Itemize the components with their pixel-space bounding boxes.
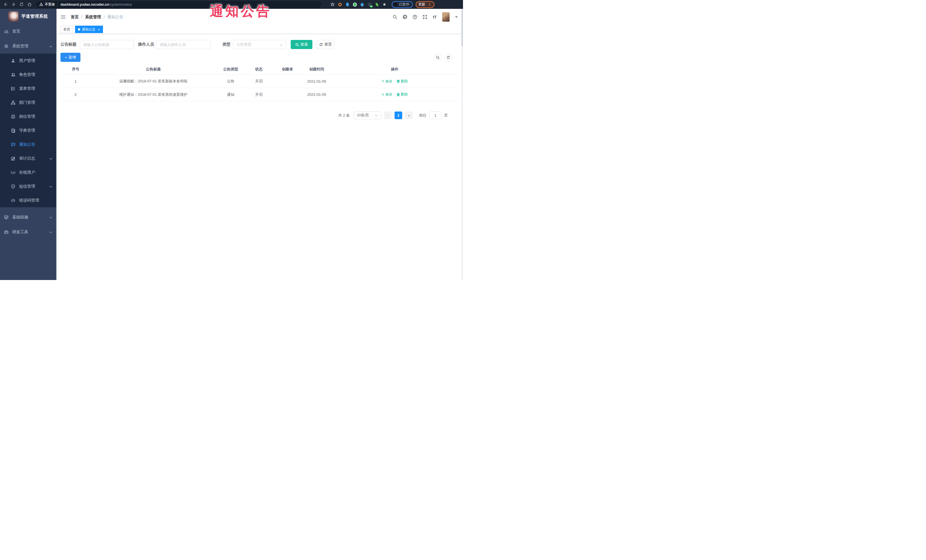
breadcrumb-home[interactable]: 首页 — [71, 15, 79, 20]
update-label[interactable]: 更新 — [419, 2, 425, 7]
search-icon[interactable] — [392, 15, 397, 20]
next-page-button[interactable]: › — [405, 112, 413, 119]
bookmark-star-icon[interactable] — [330, 2, 334, 6]
fullscreen-icon[interactable] — [422, 15, 427, 20]
sidebar-item-infrastructure[interactable]: 基础设施 — [0, 210, 56, 225]
browser-home-icon[interactable] — [27, 2, 32, 7]
page-size-select[interactable]: 10条/页 — [354, 112, 381, 119]
sidebar-item-notice[interactable]: 通知公告 — [0, 137, 56, 151]
reset-button[interactable]: 重置 — [317, 40, 334, 49]
col-no: 序号 — [61, 67, 91, 72]
extension-blue-diamond-icon[interactable] — [360, 2, 364, 6]
sidebar-item-error-codes[interactable]: 错误码管理 — [0, 193, 56, 207]
sidebar-item-label: 审计日志 — [19, 156, 35, 161]
app-logo-row[interactable]: 芋道管理系统 — [0, 9, 56, 24]
browser-update-button[interactable]: 更新 ⋮ — [416, 1, 434, 8]
screenshot-stage: 不安全 dashboard.yudao.iocoder.cn /system/n… — [0, 0, 463, 280]
extensions-puzzle-icon[interactable] — [382, 2, 387, 6]
page-number-1[interactable]: 1 — [395, 112, 402, 119]
search-button[interactable]: 搜索 — [291, 40, 312, 49]
toolbox-icon — [4, 230, 9, 234]
tag-label: 通知公告 — [82, 27, 95, 32]
add-button[interactable]: + 新增 — [61, 53, 80, 62]
cell-type: 通知 — [216, 92, 245, 97]
sidebar-item-departments[interactable]: 部门管理 — [0, 95, 56, 110]
extension-green-leaf-icon[interactable] — [375, 2, 379, 6]
extension-database-icon[interactable]: on — [368, 2, 372, 6]
goto-page-input[interactable] — [429, 112, 441, 119]
code-icon — [11, 198, 15, 203]
tag-notice-active[interactable]: 通知公告 × — [75, 26, 103, 33]
chevron-down-icon — [49, 230, 53, 234]
profile-paused-chip[interactable]: 😄 已暂停 — [392, 1, 413, 8]
extension-orange-ring-icon[interactable] — [338, 2, 342, 6]
help-icon[interactable] — [412, 15, 418, 20]
sidebar-item-users[interactable]: 用户管理 — [0, 54, 56, 68]
edit-link[interactable]: ✎ 修改 — [381, 92, 392, 97]
tags-view-bar: 首页 通知公告 × — [56, 25, 463, 34]
type-select[interactable]: 公告类型 — [233, 40, 286, 49]
edit-log-icon — [11, 156, 15, 161]
toggle-search-button[interactable] — [434, 54, 442, 61]
sidebar-item-roles[interactable]: 角色管理 — [0, 68, 56, 82]
browser-reload-icon[interactable] — [19, 2, 24, 7]
search-button-icon — [295, 43, 299, 47]
sidebar-item-label: 基础设施 — [12, 215, 28, 220]
main-scrollbar[interactable] — [461, 9, 463, 280]
sidebar-item-label: 系统管理 — [12, 44, 28, 49]
col-title: 公告标题 — [91, 67, 216, 72]
url-path[interactable]: /system/notice — [109, 3, 132, 6]
sidebar-toggle-icon[interactable] — [61, 15, 66, 20]
col-actions: 操作 — [331, 67, 458, 72]
app-logo — [8, 11, 18, 22]
sidebar-item-audit-log[interactable]: 审计日志 — [0, 151, 56, 165]
sidebar: 芋道管理系统 首页 系统管理 用户管理 — [0, 9, 56, 280]
tag-close-icon[interactable]: × — [98, 28, 100, 32]
browser-forward-icon[interactable] — [11, 2, 16, 7]
sidebar-item-label: 首页 — [12, 29, 20, 34]
avatar-caret-icon[interactable] — [455, 16, 458, 18]
tag-home[interactable]: 首页 — [61, 26, 73, 33]
delete-link[interactable]: 删除 — [396, 79, 408, 84]
cell-created: 2021-01-05 — [303, 79, 331, 83]
not-secure-label[interactable]: 不安全 — [45, 2, 55, 7]
reset-button-label: 重置 — [324, 42, 332, 47]
sidebar-item-label: 在线用户 — [19, 170, 35, 175]
monitor-icon — [4, 215, 9, 220]
sidebar-item-home[interactable]: 首页 — [0, 24, 56, 39]
cell-status: 开启 — [245, 92, 272, 97]
edit-link[interactable]: ✎ 修改 — [381, 79, 392, 84]
browser-menu-kebab-icon[interactable]: ⋮ — [428, 3, 432, 6]
extension-green-circle-icon[interactable] — [353, 2, 357, 6]
browser-back-icon[interactable] — [3, 2, 8, 7]
delete-link[interactable]: 删除 — [396, 92, 408, 97]
avatar[interactable] — [442, 12, 449, 22]
total-count: 共 2 条 — [338, 113, 350, 118]
operator-input[interactable] — [156, 40, 210, 49]
notice-title-input[interactable] — [80, 40, 133, 49]
extension-blue-pin-icon[interactable] — [345, 2, 350, 6]
chevron-down-icon — [49, 157, 53, 160]
font-size-icon[interactable]: tT — [432, 15, 437, 20]
github-icon[interactable] — [402, 15, 407, 20]
type-label: 类型 — [222, 42, 230, 47]
sidebar-item-dictionary[interactable]: 字典管理 — [0, 124, 56, 137]
sidebar-item-sms[interactable]: 短信管理 — [0, 180, 56, 193]
app-shell: 芋道管理系统 首页 系统管理 用户管理 — [0, 9, 463, 280]
scrollbar-thumb[interactable] — [461, 9, 463, 47]
sidebar-item-menus[interactable]: 菜单管理 — [0, 82, 56, 95]
address-bar[interactable]: 不安全 dashboard.yudao.iocoder.cn /system/n… — [36, 1, 321, 8]
url-domain[interactable]: dashboard.yudao.iocoder.cn — [61, 3, 109, 6]
sidebar-item-dev-tools[interactable]: 研发工具 — [0, 225, 56, 240]
sidebar-item-system[interactable]: 系统管理 — [0, 39, 56, 54]
breadcrumb-system[interactable]: 系统管理 — [85, 15, 101, 20]
refresh-icon — [446, 56, 450, 59]
prev-page-button[interactable]: ‹ — [384, 112, 392, 119]
type-select-placeholder: 公告类型 — [236, 42, 280, 47]
user-icon — [11, 59, 15, 63]
sidebar-item-posts[interactable]: 岗位管理 — [0, 110, 56, 124]
refresh-button[interactable] — [445, 54, 452, 61]
table-toolbar: + 新增 — [61, 53, 459, 62]
sidebar-item-online-users[interactable]: 在线用户 — [0, 165, 56, 180]
breadcrumb-separator: / — [104, 15, 105, 20]
